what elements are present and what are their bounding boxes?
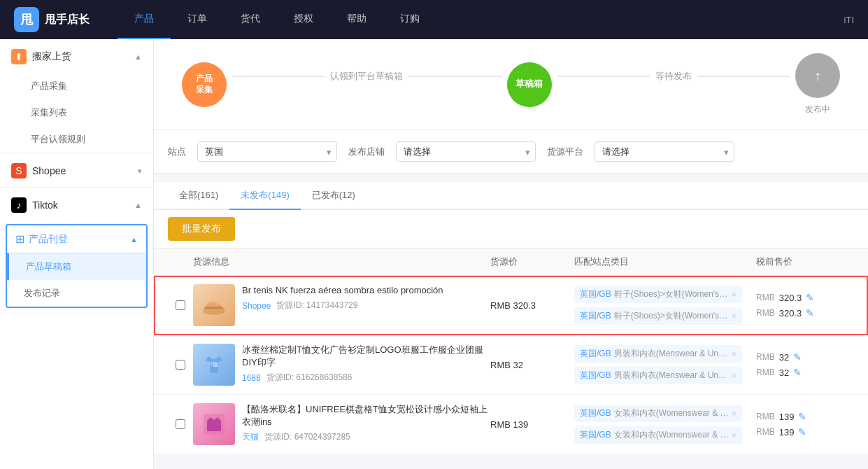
- nav-item-auth[interactable]: 授权: [277, 0, 330, 39]
- row-checkbox-1[interactable]: [168, 300, 193, 310]
- cat-name-2-1: 男装和内衣(Menswear & Underwe...: [614, 370, 729, 382]
- cat-close-1-0[interactable]: ×: [732, 290, 737, 300]
- sell-price-col-3: RMB 139 ✎ RMB 139 ✎: [756, 411, 854, 438]
- tab-unpublished[interactable]: 未发布(149): [229, 182, 300, 210]
- sidebar-group-move: ⬆ 搬家上货 ▲ 产品采集 采集列表 平台认领规则: [0, 39, 153, 153]
- store-label: 发布店铺: [348, 146, 385, 158]
- sidebar-item-product-collect[interactable]: 产品采集: [0, 73, 153, 99]
- store-select-wrapper: 请选择: [396, 141, 536, 162]
- cat-name-1-1: 鞋子(Shoes)>女鞋(Women's Shoes...: [614, 310, 729, 322]
- wf-circle-collect: 产品采集: [182, 62, 227, 107]
- wf-line-2: [408, 76, 501, 77]
- thumb-svg-3: [200, 410, 228, 438]
- row-checkbox-2[interactable]: [168, 360, 193, 370]
- sidebar-item-publish-record[interactable]: 发布记录: [7, 280, 146, 307]
- publish-section-label: 产品刊登: [29, 233, 68, 246]
- category-col-3: 英国/GB 女装和内衣(Womenswear & Unde... × 英国/GB…: [574, 405, 756, 444]
- nav-item-purchase[interactable]: 订购: [383, 0, 436, 39]
- content-area: 产品采集 认领到平台草稿箱 草稿箱 等待发布 ↑ 发布中 站点 英: [154, 39, 868, 469]
- tab-all[interactable]: 全部(161): [168, 182, 229, 210]
- price-val-1-0: 320.3: [779, 293, 802, 303]
- cat-tag-3-1: 英国/GB 女装和内衣(Womenswear & Unde... ×: [574, 426, 742, 444]
- sidebar-item-collect-list[interactable]: 采集列表: [0, 99, 153, 126]
- sell-price-col-1: RMB 320.3 ✎ RMB 320.3 ✎: [756, 292, 854, 318]
- sell-price-col-2: RMB 32 ✎ RMB 32 ✎: [756, 351, 854, 378]
- source-id-2: 货源ID: 616268638586: [266, 372, 353, 384]
- site-select[interactable]: 英国: [197, 141, 337, 162]
- wf-step-draft: 草稿箱: [507, 62, 552, 107]
- sidebar-item-draft-box[interactable]: 产品草稿箱: [7, 253, 146, 280]
- category-col-1: 英国/GB 鞋子(Shoes)>女鞋(Women's Shoes... × 英国…: [574, 286, 756, 325]
- sidebar-group-header-tiktok[interactable]: ♪ Tiktok ▲: [0, 188, 153, 221]
- edit-icon-2-0[interactable]: ✎: [793, 351, 802, 363]
- cat-name-2-0: 男装和内衣(Menswear & Underwe...: [614, 348, 729, 360]
- chevron-move: ▲: [134, 52, 142, 61]
- nav-items: 产品 订单 货代 授权 帮助 订购: [118, 0, 844, 39]
- chevron-publish: ▲: [130, 235, 138, 244]
- sell-price-row-3-1: RMB 139 ✎: [756, 426, 854, 438]
- price-val-2-1: 32: [779, 368, 789, 378]
- chevron-tiktok: ▲: [134, 201, 142, 209]
- sidebar-item-platform-rule[interactable]: 平台认领规则: [0, 126, 153, 153]
- source-select[interactable]: 请选择: [595, 141, 734, 162]
- cat-tag-2-1: 英国/GB 男装和内衣(Menswear & Underwe... ×: [574, 367, 742, 384]
- product-meta-3: 天猫 货源ID: 647024397285: [242, 431, 490, 443]
- checkbox-2[interactable]: [176, 360, 185, 370]
- store-select[interactable]: 请选择: [396, 141, 536, 162]
- cat-site-2-1: 英国/GB: [580, 370, 611, 382]
- source-tag-2: 1688: [242, 373, 261, 383]
- shopee-icon: S: [11, 163, 27, 178]
- source-id-1: 货源ID: 14173443729: [276, 300, 357, 312]
- edit-icon-2-1[interactable]: ✎: [793, 367, 802, 378]
- sidebar-group-header-shopee[interactable]: S Shopee ▾: [0, 153, 153, 187]
- cat-tag-1-0: 英国/GB 鞋子(Shoes)>女鞋(Women's Shoes... ×: [574, 286, 742, 303]
- tab-published[interactable]: 已发布(12): [301, 182, 367, 210]
- nav-item-freight[interactable]: 货代: [224, 0, 277, 39]
- cat-close-2-0[interactable]: ×: [732, 349, 737, 359]
- nav-item-help[interactable]: 帮助: [330, 0, 383, 39]
- logo-text: 甩手店长: [45, 13, 90, 27]
- edit-icon-3-1[interactable]: ✎: [798, 426, 806, 438]
- sidebar: ⬆ 搬家上货 ▲ 产品采集 采集列表 平台认领规则 S Shopee ▾: [0, 39, 154, 469]
- wf-step-publish: ↑ 发布中: [795, 53, 840, 115]
- wf-label-wait: 等待发布: [655, 70, 692, 83]
- sell-price-row-2-1: RMB 32 ✎: [756, 367, 854, 378]
- checkbox-1[interactable]: [176, 300, 185, 310]
- product-info-1: Br tenis NK fuerza aérea sombra estilo p…: [193, 284, 490, 326]
- table-header: 货源信息 货源价 匹配站点类目 税前售价: [154, 248, 868, 276]
- nav-item-order[interactable]: 订单: [171, 0, 224, 39]
- wf-circle-draft: 草稿箱: [507, 62, 552, 107]
- product-meta-2: 1688 货源ID: 616268638586: [242, 372, 490, 384]
- checkbox-3[interactable]: [176, 419, 185, 429]
- product-title-2: 冰蚕丝棉定制T恤文化广告衫定制LOGO班服工作服企业团服DIY印字: [242, 344, 490, 369]
- sell-price-row-2-0: RMB 32 ✎: [756, 351, 854, 363]
- cat-close-3-0[interactable]: ×: [732, 409, 737, 419]
- currency-1-0: RMB: [756, 293, 775, 302]
- cat-close-2-1[interactable]: ×: [732, 371, 737, 381]
- cat-site-2-0: 英国/GB: [580, 348, 611, 360]
- site-select-wrapper: 英国: [197, 141, 337, 162]
- cat-tag-3-0: 英国/GB 女装和内衣(Womenswear & Unde... ×: [574, 405, 742, 422]
- wf-line-3: [557, 76, 650, 77]
- cat-close-1-1[interactable]: ×: [732, 312, 737, 321]
- price-val-3-1: 139: [779, 427, 795, 438]
- currency-2-0: RMB: [756, 352, 775, 362]
- batch-publish-button[interactable]: 批量发布: [168, 217, 235, 241]
- product-title-1: Br tenis NK fuerza aérea sombra estilo p…: [242, 284, 490, 297]
- wf-label-publish: 发布中: [805, 104, 830, 115]
- header-sell-price: 税前售价: [756, 255, 854, 268]
- price-col-2: RMB 32: [490, 360, 574, 370]
- thumb-svg-2: T恤: [200, 351, 228, 379]
- row-checkbox-3[interactable]: [168, 419, 193, 429]
- edit-icon-1-1[interactable]: ✎: [806, 307, 814, 318]
- product-table: 货源信息 货源价 匹配站点类目 税前售价: [154, 248, 868, 454]
- header-category: 匹配站点类目: [574, 255, 756, 268]
- sidebar-group-header-move[interactable]: ⬆ 搬家上货 ▲: [0, 39, 153, 73]
- nav-item-product[interactable]: 产品: [118, 0, 171, 39]
- edit-icon-1-0[interactable]: ✎: [806, 292, 814, 303]
- edit-icon-3-0[interactable]: ✎: [798, 411, 806, 422]
- product-thumb-3: [193, 403, 235, 445]
- cat-close-3-1[interactable]: ×: [732, 430, 737, 440]
- product-publish-header[interactable]: ⊞ 产品刊登 ▲: [7, 225, 146, 253]
- product-thumb-1: [193, 284, 235, 326]
